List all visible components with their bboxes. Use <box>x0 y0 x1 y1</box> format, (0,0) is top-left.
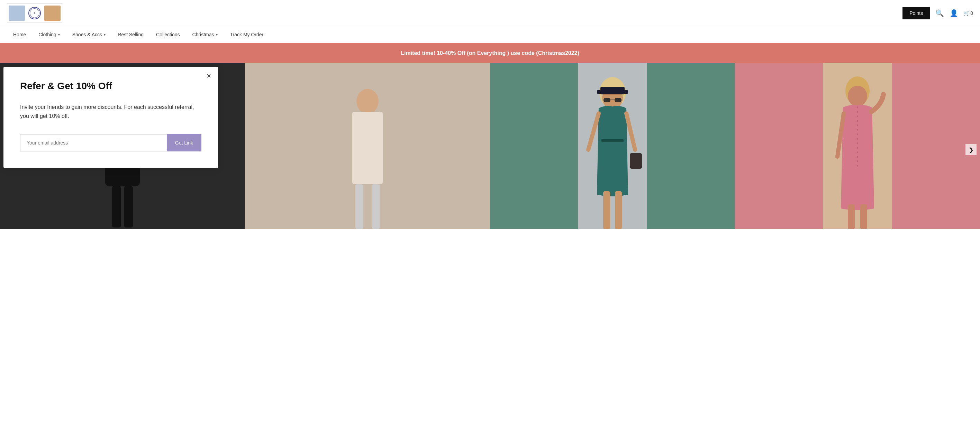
modal-overlay: × Refer & Get 10% Off Invite your friend… <box>0 63 980 236</box>
get-link-button[interactable]: Get Link <box>167 134 201 151</box>
chevron-down-icon: ▾ <box>216 33 218 37</box>
header-actions: Points 🔍 👤 🛒 0 <box>902 7 973 19</box>
nav-item-collections[interactable]: Collections <box>150 26 186 43</box>
account-icon[interactable]: 👤 <box>950 9 958 17</box>
cart-symbol: 🛒 <box>964 10 970 16</box>
navigation: Home Clothing ▾ Shoes & Accs ▾ Best Sell… <box>0 26 980 43</box>
modal-close-button[interactable]: × <box>207 72 211 80</box>
cart-icon[interactable]: 🛒 0 <box>964 10 973 16</box>
promo-banner: Limited time! 10-40% Off (on Everything … <box>0 43 980 63</box>
main-content: ❮ ❯ × Refer & Get 10% Off Invite your fr… <box>0 63 980 236</box>
points-button[interactable]: Points <box>902 7 930 19</box>
logo[interactable]: ✈ <box>7 3 62 22</box>
nav-item-clothing[interactable]: Clothing ▾ <box>32 26 66 43</box>
nav-item-bestselling[interactable]: Best Selling <box>112 26 150 43</box>
logo-images: ✈ <box>7 3 62 22</box>
nav-item-home[interactable]: Home <box>7 26 32 43</box>
logo-emblem: ✈ <box>29 7 41 19</box>
email-input[interactable] <box>20 134 167 151</box>
modal-title: Refer & Get 10% Off <box>20 81 201 92</box>
search-icon[interactable]: 🔍 <box>935 9 944 17</box>
logo-thumb-3 <box>44 6 60 21</box>
logo-thumb-1 <box>9 6 25 21</box>
logo-circle-inner: ✈ <box>30 8 40 18</box>
modal-description: Invite your friends to gain more discoun… <box>20 103 201 120</box>
header: ✈ Points 🔍 👤 🛒 0 <box>0 0 980 26</box>
referral-form: Get Link <box>20 134 201 151</box>
cart-count: 0 <box>970 10 973 16</box>
referral-modal: × Refer & Get 10% Off Invite your friend… <box>3 67 218 168</box>
chevron-down-icon: ▾ <box>58 33 60 37</box>
logo-thumb-2: ✈ <box>26 6 43 21</box>
chevron-down-icon: ▾ <box>104 33 105 37</box>
nav-item-shoes[interactable]: Shoes & Accs ▾ <box>66 26 112 43</box>
nav-item-christmas[interactable]: Christmas ▾ <box>186 26 224 43</box>
nav-item-track[interactable]: Track My Order <box>224 26 270 43</box>
